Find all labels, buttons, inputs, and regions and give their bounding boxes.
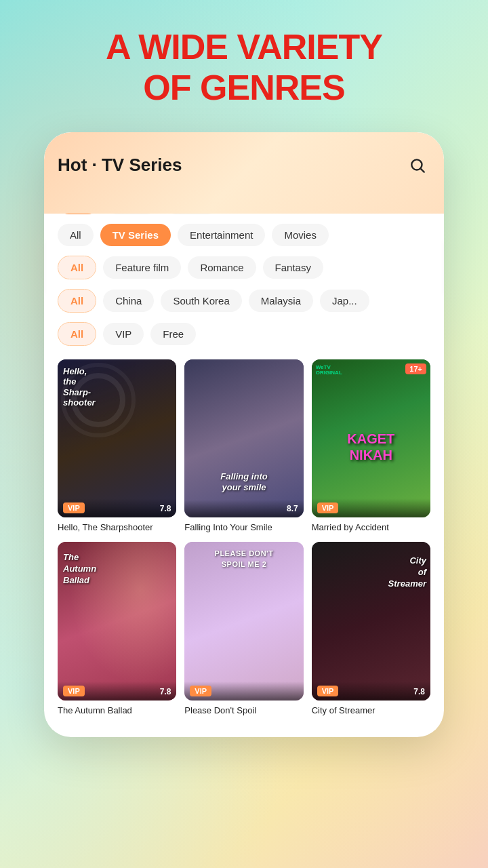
filter-free[interactable]: Free <box>150 323 196 345</box>
card-falling[interactable]: Falling intoyour smile 8.7 Falling Into … <box>184 359 303 534</box>
card-title-6: City of Streamer <box>312 705 430 717</box>
card-4-overlay: TheAutumnBallad <box>63 552 96 587</box>
vip-badge-3: VIP <box>317 502 339 513</box>
app-title: Hot · TV Series <box>58 155 182 176</box>
region-filter-row: All China South Korea Malaysia Jap... <box>58 289 430 313</box>
main-headline: A WIDE VARIETY OF GENRES <box>106 27 382 108</box>
card-city[interactable]: CityofStreamer VIP 7.8 City of Streamer <box>312 542 430 717</box>
rating-2: 8.7 <box>287 504 298 513</box>
card-4-badges: VIP 7.8 <box>58 682 176 701</box>
rating-4: 7.8 <box>160 687 171 696</box>
vip-badge-5: VIP <box>190 686 211 696</box>
card-thumb-autumn: TheAutumnBallad VIP 7.8 <box>58 542 176 701</box>
app-header: Hot · TV Series <box>58 153 430 178</box>
card-autumn[interactable]: TheAutumnBallad VIP 7.8 The Autumn Balla… <box>58 542 176 717</box>
card-title-1: Hello, The Sharpshooter <box>58 522 176 534</box>
card-2-badges: 8.7 <box>184 500 303 517</box>
filter-romance[interactable]: Romance <box>188 256 256 279</box>
filter-vip[interactable]: VIP <box>103 323 144 345</box>
rating-1: 7.8 <box>160 504 171 513</box>
filter-fantasy[interactable]: Fantasy <box>263 256 323 279</box>
card-3-badges: VIP <box>312 498 430 517</box>
filter-entertainment[interactable]: Entertainment <box>178 224 265 246</box>
card-title-5: Please Don't Spoil <box>184 705 303 717</box>
rating-6: 7.8 <box>413 687 425 696</box>
card-5-overlay: PLEASE DON'TSPOIL ME 2 <box>184 549 303 570</box>
filter-movies[interactable]: Movies <box>272 224 329 246</box>
vip-badge-1: VIP <box>63 502 85 513</box>
card-thumb-spoil: PLEASE DON'TSPOIL ME 2 VIP <box>184 542 303 701</box>
search-button[interactable] <box>405 153 430 178</box>
headline-line1: A WIDE VARIETY <box>106 27 382 66</box>
card-title-2: Falling Into Your Smile <box>184 522 303 534</box>
card-6-badges: VIP 7.8 <box>312 682 430 701</box>
phone-mockup: Hot · TV Series Hot Latest Rating All TV… <box>44 132 444 737</box>
card-1-overlay: Hello,theSharp-shooter <box>63 366 96 408</box>
card-3-overlay: KAGETNIKAH <box>312 431 430 463</box>
card-married[interactable]: 17+ WeTVORIGINAL KAGETNIKAH VIP Married … <box>312 359 430 534</box>
wetv-label: WeTVORIGINAL <box>316 365 342 377</box>
card-sharpshooter[interactable]: Hello,theSharp-shooter VIP 7.8 Hello, Th… <box>58 359 176 534</box>
filter-all-region[interactable]: All <box>58 289 96 313</box>
card-thumb-sharpshooter: Hello,theSharp-shooter VIP 7.8 <box>58 359 176 518</box>
card-thumb-city: CityofStreamer VIP 7.8 <box>312 542 430 701</box>
content-grid: Hello,theSharp-shooter VIP 7.8 Hello, Th… <box>58 359 430 717</box>
card-5-badges: VIP <box>184 682 303 701</box>
filter-all-type[interactable]: All <box>58 224 94 246</box>
genre-filter-row: All Feature film Romance Fantasy <box>58 256 430 279</box>
card-spoil[interactable]: PLEASE DON'TSPOIL ME 2 VIP Please Don't … <box>184 542 303 717</box>
card-title-3: Married by Accident <box>312 522 430 534</box>
filter-southkorea[interactable]: South Korea <box>161 290 241 312</box>
type-filter-row: All TV Series Entertainment Movies <box>58 224 430 246</box>
vip-badge-6: VIP <box>317 686 339 696</box>
svg-line-1 <box>421 169 424 172</box>
filter-china[interactable]: China <box>103 290 154 312</box>
card-6-overlay: CityofStreamer <box>388 555 426 590</box>
filter-feature[interactable]: Feature film <box>103 256 181 279</box>
filter-japan[interactable]: Jap... <box>320 290 369 312</box>
vip-badge-4: VIP <box>63 686 85 696</box>
filter-all-price[interactable]: All <box>58 322 96 346</box>
filter-all-genre[interactable]: All <box>58 256 96 279</box>
card-thumb-falling: Falling intoyour smile 8.7 <box>184 359 303 518</box>
card-1-badges: VIP 7.8 <box>58 498 176 517</box>
headline-line2: OF GENRES <box>143 68 344 107</box>
card-thumb-married: 17+ WeTVORIGINAL KAGETNIKAH VIP <box>312 359 430 518</box>
card-title-4: The Autumn Ballad <box>58 705 176 717</box>
age-badge-3: 17+ <box>405 363 426 374</box>
filter-malaysia[interactable]: Malaysia <box>249 290 313 312</box>
price-filter-row: All VIP Free <box>58 322 430 346</box>
filter-tvseries[interactable]: TV Series <box>100 224 171 246</box>
